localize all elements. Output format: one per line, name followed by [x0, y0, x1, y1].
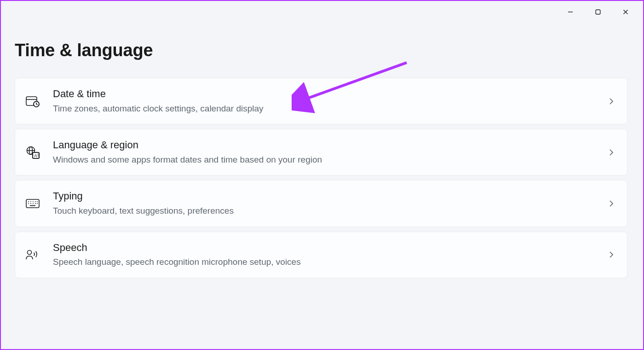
card-title: Date & time [53, 88, 596, 101]
svg-point-18 [30, 201, 31, 202]
card-text: Language & region Windows and some apps … [53, 139, 596, 166]
card-text: Speech Speech language, speech recogniti… [53, 241, 596, 268]
card-text: Typing Touch keyboard, text suggestions,… [53, 190, 596, 217]
close-icon [622, 9, 629, 15]
svg-point-26 [37, 203, 38, 204]
svg-rect-1 [596, 10, 600, 14]
settings-item-date-time[interactable]: Date & time Time zones, automatic clock … [15, 78, 627, 124]
svg-point-23 [30, 203, 31, 204]
card-description: Time zones, automatic clock settings, ca… [53, 103, 596, 115]
settings-item-speech[interactable]: Speech Speech language, speech recogniti… [15, 232, 627, 278]
card-title: Speech [53, 241, 596, 255]
page-title: Time & language [15, 41, 643, 60]
date-time-icon [25, 94, 40, 109]
maximize-icon [595, 9, 601, 15]
close-button[interactable] [612, 5, 639, 19]
card-title: Language & region [53, 139, 596, 152]
svg-point-25 [35, 203, 36, 204]
svg-point-19 [33, 201, 34, 202]
window-controls [557, 5, 639, 19]
svg-point-17 [28, 201, 29, 202]
card-description: Speech language, speech recognition micr… [53, 256, 596, 268]
svg-point-24 [33, 203, 34, 204]
settings-item-typing[interactable]: Typing Touch keyboard, text suggestions,… [15, 180, 627, 227]
chevron-right-icon [609, 199, 614, 208]
keyboard-icon [25, 196, 40, 211]
chevron-right-icon [609, 97, 614, 106]
svg-point-22 [28, 203, 29, 204]
language-region-icon: A字 [25, 145, 40, 160]
svg-point-28 [28, 251, 32, 255]
card-description: Touch keyboard, text suggestions, prefer… [53, 205, 596, 217]
svg-point-20 [35, 201, 36, 202]
settings-list: Date & time Time zones, automatic clock … [15, 78, 627, 278]
svg-text:A字: A字 [34, 153, 40, 158]
card-description: Windows and some apps format dates and t… [53, 154, 596, 166]
minimize-icon [567, 9, 574, 15]
minimize-button[interactable] [557, 5, 584, 19]
card-title: Typing [53, 190, 596, 203]
settings-item-language-region[interactable]: A字 Language & region Windows and some ap… [15, 129, 627, 175]
chevron-right-icon [609, 148, 614, 157]
speech-icon [25, 247, 40, 262]
svg-point-21 [37, 201, 38, 202]
chevron-right-icon [609, 250, 614, 259]
card-text: Date & time Time zones, automatic clock … [53, 88, 596, 115]
maximize-button[interactable] [584, 5, 612, 19]
